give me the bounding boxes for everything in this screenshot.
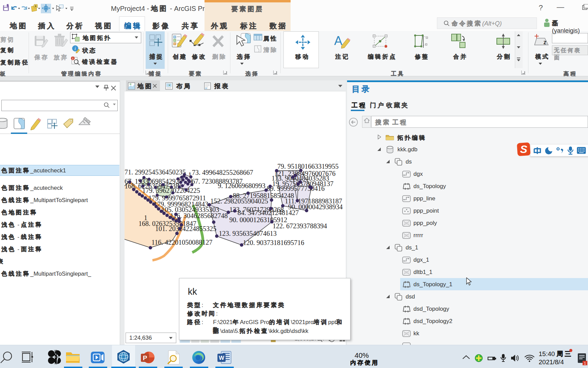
- svg-text:S: S: [520, 143, 527, 155]
- svg-text:123. 9356354074613: 123. 9356354074613: [219, 230, 277, 237]
- svg-text:84. 347340212481427: 84. 347340212481427: [238, 209, 299, 216]
- svg-text:73. 499648255268667: 73. 499648255268667: [192, 169, 253, 176]
- svg-text:79. 951801663319955: 79. 951801663319955: [277, 163, 339, 170]
- svg-text:z: z: [543, 39, 546, 46]
- svg-text:W: W: [219, 355, 225, 361]
- svg-text:A: A: [334, 34, 342, 48]
- svg-text:89. 99999577730416: 89. 99999577730416: [267, 185, 325, 192]
- svg-text:152. 2982055904025: 152. 2982055904025: [210, 197, 268, 205]
- svg-text:1: 1: [584, 361, 586, 365]
- svg-text:!: !: [72, 57, 74, 60]
- svg-text:122. 672393788394: 122. 672393788394: [273, 222, 327, 230]
- svg-text:P: P: [143, 354, 147, 362]
- svg-text:i: i: [75, 46, 76, 51]
- svg-text:120. 90373181695716: 120. 90373181695716: [243, 239, 304, 246]
- svg-text:71. 299254536450235: 71. 299254536450235: [125, 168, 186, 176]
- svg-text:9. 126069680993: 9. 126069680993: [218, 182, 265, 189]
- svg-text:116. 42201050088127: 116. 42201050088127: [151, 239, 212, 246]
- svg-text:101. 20324224855325: 101. 20324224855325: [155, 225, 216, 232]
